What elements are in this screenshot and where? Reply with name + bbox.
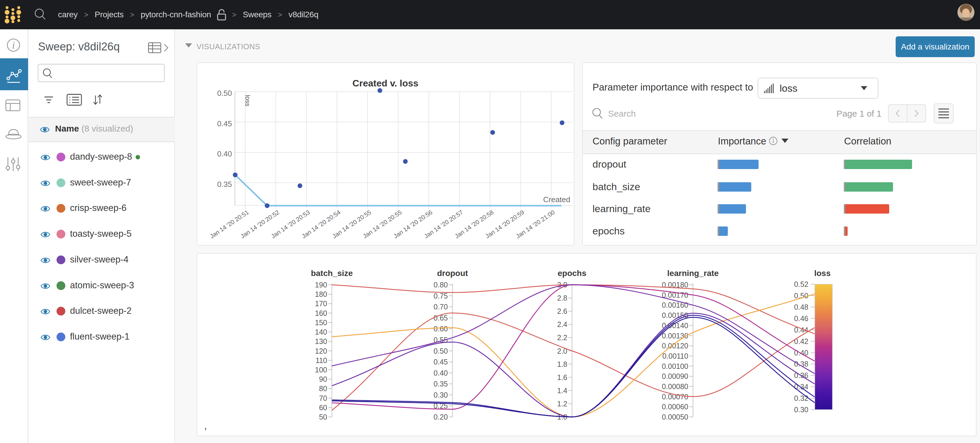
svg-text:90: 90 bbox=[319, 375, 327, 383]
svg-text:0.50: 0.50 bbox=[217, 89, 232, 97]
svg-text:0.75: 0.75 bbox=[433, 292, 448, 300]
svg-text:1.2: 1.2 bbox=[557, 400, 567, 408]
svg-text:2.4: 2.4 bbox=[557, 320, 567, 328]
svg-text:dropout: dropout bbox=[437, 269, 468, 278]
svg-text:0.00100: 0.00100 bbox=[662, 362, 688, 370]
svg-text:0.38: 0.38 bbox=[794, 360, 808, 368]
svg-text:70: 70 bbox=[319, 394, 327, 402]
svg-text:150: 150 bbox=[315, 319, 327, 327]
svg-text:0.52: 0.52 bbox=[794, 280, 808, 288]
svg-text:100: 100 bbox=[315, 366, 327, 374]
svg-text:0.32: 0.32 bbox=[794, 394, 808, 402]
svg-text:0.00060: 0.00060 bbox=[662, 403, 688, 411]
svg-text:0.00070: 0.00070 bbox=[662, 393, 688, 401]
svg-text:120: 120 bbox=[315, 347, 327, 355]
svg-text:180: 180 bbox=[315, 290, 327, 298]
svg-text:Created v. loss: Created v. loss bbox=[352, 78, 418, 88]
svg-text:60: 60 bbox=[319, 403, 327, 412]
svg-text:0.30: 0.30 bbox=[433, 391, 448, 399]
svg-text:2.6: 2.6 bbox=[557, 307, 567, 315]
svg-text:batch_size: batch_size bbox=[311, 269, 353, 278]
svg-text:0.35: 0.35 bbox=[217, 180, 232, 189]
svg-text:loss: loss bbox=[814, 269, 830, 278]
svg-text:2.8: 2.8 bbox=[557, 294, 567, 302]
svg-text:0.60: 0.60 bbox=[433, 325, 448, 333]
svg-text:0.00110: 0.00110 bbox=[662, 352, 688, 360]
svg-text:0.46: 0.46 bbox=[794, 314, 808, 323]
svg-text:Created: Created bbox=[543, 195, 571, 204]
svg-text:0.48: 0.48 bbox=[794, 303, 808, 311]
svg-text:0.50: 0.50 bbox=[433, 347, 448, 355]
svg-text:0.40: 0.40 bbox=[433, 369, 448, 377]
svg-text:learning_rate: learning_rate bbox=[667, 269, 719, 278]
svg-text:0.40: 0.40 bbox=[794, 349, 808, 357]
svg-text:0.45: 0.45 bbox=[217, 119, 232, 128]
svg-text:1.6: 1.6 bbox=[557, 373, 567, 381]
svg-text:2.0: 2.0 bbox=[557, 347, 567, 355]
svg-text:170: 170 bbox=[315, 300, 327, 308]
svg-text:130: 130 bbox=[315, 337, 327, 346]
svg-text:0.80: 0.80 bbox=[433, 281, 448, 289]
svg-text:i: i bbox=[12, 40, 14, 51]
svg-text:0.00050: 0.00050 bbox=[662, 413, 688, 421]
svg-text:0.00150: 0.00150 bbox=[662, 311, 688, 319]
svg-text:50: 50 bbox=[319, 413, 327, 421]
svg-text:0.00080: 0.00080 bbox=[662, 382, 688, 390]
svg-text:160: 160 bbox=[315, 309, 327, 317]
svg-text:epochs: epochs bbox=[558, 269, 586, 278]
svg-text:2.2: 2.2 bbox=[557, 333, 567, 342]
svg-text:0.35: 0.35 bbox=[433, 380, 448, 388]
svg-text:80: 80 bbox=[319, 384, 327, 393]
svg-text:0.00160: 0.00160 bbox=[662, 301, 688, 309]
svg-text:0.70: 0.70 bbox=[433, 303, 448, 311]
svg-text:0.20: 0.20 bbox=[433, 413, 448, 421]
svg-text:0.30: 0.30 bbox=[794, 405, 808, 414]
svg-text:0.40: 0.40 bbox=[217, 150, 232, 158]
svg-text:,: , bbox=[204, 420, 207, 431]
svg-text:0.45: 0.45 bbox=[433, 358, 448, 366]
svg-text:loss: loss bbox=[244, 95, 251, 106]
svg-text:110: 110 bbox=[315, 356, 327, 365]
svg-text:0.00090: 0.00090 bbox=[662, 372, 688, 380]
svg-text:190: 190 bbox=[315, 281, 327, 289]
svg-text:0.00130: 0.00130 bbox=[662, 331, 688, 340]
svg-text:1.4: 1.4 bbox=[557, 386, 567, 395]
svg-text:140: 140 bbox=[315, 328, 327, 336]
svg-text:1.8: 1.8 bbox=[557, 360, 567, 368]
